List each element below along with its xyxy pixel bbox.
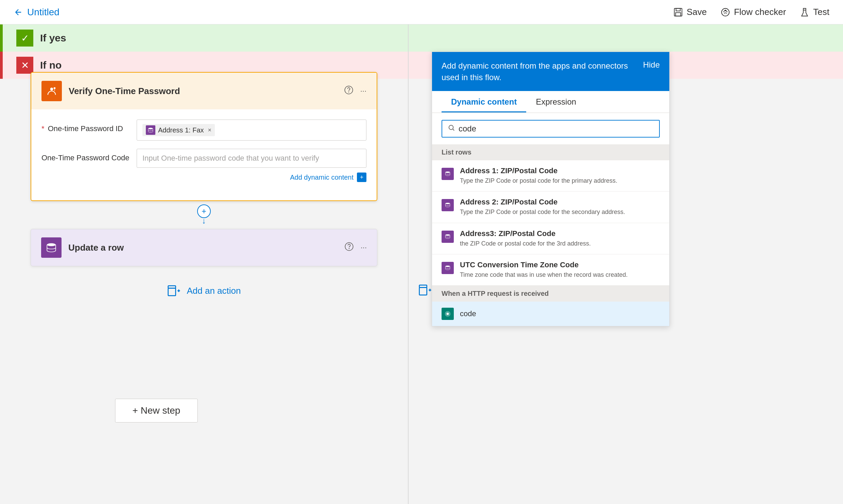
save-icon: [673, 7, 683, 17]
item-db-icon-4: [442, 262, 454, 274]
otp-code-field-row: One-Time Password Code Input One-time pa…: [41, 149, 366, 182]
otp-code-placeholder: Input One-time password code that you wa…: [142, 154, 319, 163]
otp-card-body: * One-time Password ID: [31, 109, 377, 200]
dynamic-panel-tabs: Dynamic content Expression: [432, 91, 669, 113]
svg-point-10: [47, 243, 56, 246]
topbar: Untitled Save Flow checker: [0, 0, 843, 24]
update-row-help-button[interactable]: [344, 242, 354, 253]
update-row-db-icon: [46, 242, 57, 253]
add-dynamic-content-link[interactable]: Add dynamic content +: [137, 173, 366, 182]
svg-point-22: [447, 313, 449, 315]
add-action-icon: [167, 283, 182, 298]
dynamic-panel-header-text: Add dynamic content from the apps and co…: [442, 60, 643, 83]
update-row-header: Update a row ···: [31, 229, 377, 266]
topbar-actions: Save Flow checker Test: [673, 7, 829, 17]
flow-checker-button[interactable]: Flow checker: [720, 7, 786, 17]
svg-point-18: [445, 172, 450, 173]
otp-code-label: One-Time Password Code: [41, 149, 137, 162]
otp-icon-svg: [46, 85, 57, 97]
item-desc-2: Type the ZIP Code or postal code for the…: [460, 208, 660, 216]
back-arrow-icon: [14, 7, 23, 17]
svg-point-6: [54, 87, 56, 89]
canvas: ✓ If yes ✕ If no Verify One-Time: [0, 24, 843, 504]
svg-point-4: [725, 10, 726, 11]
svg-point-7: [345, 86, 352, 94]
item-desc-1: Type the ZIP Code or postal code for the…: [460, 177, 660, 185]
update-row-card: Update a row ···: [31, 229, 377, 266]
connector-arrow-icon: ↓: [202, 216, 206, 226]
update-row-card-actions: ···: [344, 242, 367, 253]
otp-card-icon: [41, 81, 62, 101]
item-db-icon-1: [442, 168, 454, 180]
item-db-icon-2: [442, 199, 454, 211]
svg-point-19: [445, 203, 450, 204]
otp-more-button[interactable]: ···: [360, 87, 366, 95]
http-section-header: When a HTTP request is received: [432, 286, 669, 302]
search-input[interactable]: [459, 124, 654, 133]
svg-rect-16: [419, 285, 427, 287]
help-icon-2: [344, 242, 354, 251]
connector-line: + ↓: [197, 204, 211, 226]
otp-card-header: Verify One-Time Password ···: [31, 73, 377, 109]
tag-close-button[interactable]: ×: [208, 127, 212, 134]
test-button[interactable]: Test: [799, 7, 829, 17]
add-action-button[interactable]: Add an action: [167, 283, 241, 298]
update-row-title: Update a row: [68, 242, 338, 253]
code-item-icon: [442, 308, 454, 320]
tag-icon: [146, 125, 155, 135]
item-title-4: UTC Conversion Time Zone Code: [460, 260, 660, 269]
svg-rect-13: [168, 288, 176, 296]
otp-card-actions: ···: [344, 85, 366, 97]
dynamic-content-panel: Add dynamic content from the apps and co…: [432, 52, 670, 326]
if-yes-check-icon: ✓: [16, 30, 33, 47]
update-row-more-button[interactable]: ···: [361, 243, 367, 252]
tag-text: Address 1: Fax: [158, 126, 204, 134]
save-label: Save: [687, 7, 707, 17]
otp-id-field-row: * One-time Password ID: [41, 120, 366, 141]
item-desc-4: Time zone code that was in use when the …: [460, 271, 660, 279]
svg-rect-2: [675, 13, 681, 16]
item-desc-3: the ZIP Code or postal code for the 3rd …: [460, 239, 660, 248]
tab-dynamic-content[interactable]: Dynamic content: [442, 91, 526, 112]
item-text-4: UTC Conversion Time Zone Code Time zone …: [460, 260, 660, 279]
app-title: Untitled: [27, 7, 59, 18]
otp-help-button[interactable]: [344, 85, 354, 97]
search-icon: [448, 124, 455, 133]
svg-point-3: [722, 8, 729, 16]
dynamic-search-box[interactable]: [442, 120, 660, 138]
svg-point-20: [445, 234, 450, 235]
otp-code-input[interactable]: Input One-time password code that you wa…: [137, 149, 366, 168]
item-title-1: Address 1: ZIP/Postal Code: [460, 166, 660, 175]
update-row-icon: [41, 237, 62, 258]
back-button[interactable]: Untitled: [14, 7, 59, 18]
svg-point-11: [345, 242, 353, 250]
svg-rect-1: [676, 8, 681, 11]
list-item[interactable]: Address3: ZIP/Postal Code the ZIP Code o…: [432, 223, 669, 254]
svg-point-5: [50, 88, 53, 91]
otp-id-input[interactable]: Address 1: Fax ×: [137, 120, 366, 141]
right-add-action-icon: [418, 283, 433, 298]
flow-checker-label: Flow checker: [734, 7, 786, 17]
list-item[interactable]: UTC Conversion Time Zone Code Time zone …: [432, 254, 669, 286]
code-item[interactable]: code: [432, 302, 669, 326]
list-item[interactable]: Address 2: ZIP/Postal Code Type the ZIP …: [432, 192, 669, 223]
item-db-icon-3: [442, 231, 454, 243]
item-title-2: Address 2: ZIP/Postal Code: [460, 198, 660, 206]
new-step-button[interactable]: + New step: [115, 399, 198, 422]
test-label: Test: [813, 7, 829, 17]
add-action-label: Add an action: [187, 286, 241, 296]
test-icon: [799, 7, 810, 17]
svg-point-21: [445, 266, 450, 267]
hide-button[interactable]: Hide: [643, 60, 660, 70]
svg-point-8: [348, 92, 349, 92]
address-fax-tag: Address 1: Fax ×: [142, 124, 215, 136]
tab-expression[interactable]: Expression: [526, 91, 586, 112]
tag-db-icon: [148, 127, 154, 133]
item-text-1: Address 1: ZIP/Postal Code Type the ZIP …: [460, 166, 660, 185]
item-text-2: Address 2: ZIP/Postal Code Type the ZIP …: [460, 198, 660, 216]
list-item[interactable]: Address 1: ZIP/Postal Code Type the ZIP …: [432, 160, 669, 192]
save-button[interactable]: Save: [673, 7, 707, 17]
svg-point-17: [449, 125, 453, 130]
flow-checker-icon: [720, 7, 730, 17]
code-item-label: code: [460, 309, 476, 318]
